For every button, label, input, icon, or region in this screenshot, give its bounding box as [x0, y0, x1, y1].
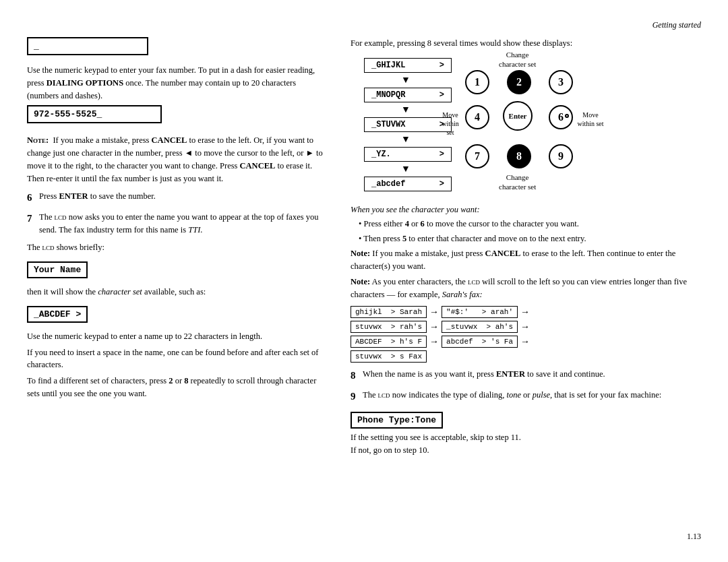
fax-cursor-display: _ [27, 37, 148, 55]
when-text: When you see the character you want: [351, 205, 701, 215]
if-text-1: If the setting you see is acceptable, sk… [351, 431, 701, 444]
display-mnopqr: _MNOPQR> [364, 88, 452, 102]
key-2: 2 [507, 70, 531, 94]
sarah-arrow-3: → [429, 321, 439, 332]
arrow-3: ▼ [401, 134, 411, 145]
header-title: Getting started [653, 20, 701, 30]
page-number: 1.13 [27, 532, 701, 542]
step-6-text: Press ENTER to save the number. [39, 190, 324, 203]
sarah-arrow-2: → [520, 307, 530, 317]
keypad-diagram: Changecharacter set 1 2 3 Movewithin set… [458, 50, 607, 198]
step-7-text: The lcd now asks you to enter the name y… [39, 211, 324, 237]
right-column: For example, pressing 8 several times wo… [351, 37, 701, 525]
sarah-box-2a: stuvwx > rah's [351, 321, 427, 333]
key-1: 1 [465, 70, 489, 94]
sarah-arrow-1: → [429, 307, 439, 317]
arrow-4: ▼ [401, 164, 411, 175]
sarah-arrow-4: → [520, 321, 530, 332]
key-6-dot [565, 114, 569, 118]
if-text-2: If not, go on to step 10. [351, 444, 701, 457]
step-9-text: The lcd now indicates the type of dialin… [363, 389, 701, 402]
key-7: 7 [465, 144, 489, 168]
sarah-box-4a: stuvwx > s Fax [351, 350, 427, 363]
sarah-row-1: ghijkl > Sarah → "#$:' > arah' → [351, 306, 701, 318]
fax-instructions: Use the numeric keypad to enter your fax… [27, 64, 324, 102]
arrow-2: ▼ [401, 104, 411, 115]
display-ghijkl: _GHIJKL> [364, 58, 452, 73]
step-6-number: 6 [27, 190, 32, 206]
sarah-box-1a: ghijkl > Sarah [351, 306, 427, 318]
abcdef-display: _ABCDEF > [27, 306, 88, 323]
arrow-1: ▼ [401, 75, 411, 86]
key-3: 3 [549, 70, 573, 94]
lcd-brief-label: The lcd shows briefly: [27, 241, 324, 254]
sarah-arrow-6: → [520, 336, 530, 347]
sarah-box-2b: _stuvwx > ah's [442, 321, 518, 333]
left-column: _ Use the numeric keypad to enter your f… [27, 37, 324, 525]
para-3: To find a different set of characters, p… [27, 375, 324, 400]
step-8-number: 8 [351, 368, 356, 383]
sarah-box-3b: abcdef > 's Fa [442, 336, 518, 348]
move-right-label: Movewithin set [577, 111, 604, 128]
step-9: 9 The lcd now indicates the type of dial… [351, 389, 701, 404]
step-8: 8 When the name is as you want it, press… [351, 368, 701, 383]
right-intro: For example, pressing 8 several times wo… [351, 37, 701, 50]
step-6: 6 Press ENTER to save the number. [27, 190, 324, 206]
step-7-number: 7 [27, 211, 32, 226]
step-7: 7 The lcd now asks you to enter the name… [27, 211, 324, 237]
bullet-2: Then press 5 to enter that character and… [359, 232, 701, 245]
key-6: 6 [549, 105, 573, 129]
note-1-label: Note: [27, 135, 51, 145]
change-bottom-label: Changecharacter set [499, 173, 536, 192]
sarah-box-3a: ABCDEF > h's F [351, 336, 427, 348]
sarah-row-2: stuvwx > rah's → _stuvwx > ah's → [351, 321, 701, 333]
note-3: Note: As you enter characters, the lcd w… [351, 276, 701, 301]
sarah-box-1b: "#$:' > arah' [442, 306, 518, 318]
display-yz: _YZ.> [364, 147, 452, 162]
key-4: 4 [465, 105, 489, 129]
sarah-diagram: ghijkl > Sarah → "#$:' > arah' → stuvwx … [351, 306, 701, 363]
enter-key: Enter [503, 101, 533, 131]
note-1-text: If you make a mistake, press CANCEL to e… [27, 135, 323, 183]
page-header: Getting started [27, 20, 701, 30]
note-1: Note: If you make a mistake, press CANCE… [27, 134, 324, 185]
note-2: Note: If you make a mistake, just press … [351, 247, 701, 273]
sarah-row-4: stuvwx > s Fax [351, 350, 701, 363]
your-name-display: Your Name [27, 261, 88, 278]
bullet-1: Press either 4 or 6 to move the cursor t… [359, 218, 701, 230]
para-2: If you need to insert a space in the nam… [27, 346, 324, 372]
display-abcdef: _abcdef> [364, 177, 452, 191]
fax-number-display: 972-555-5525_ [27, 105, 162, 123]
key-9: 9 [549, 144, 573, 168]
phone-type-display: Phone Type:Tone [351, 412, 443, 429]
sarah-arrow-5: → [429, 336, 439, 347]
step-8-text: When the name is as you want it, press E… [363, 368, 701, 381]
sarah-row-3: ABCDEF > h's F → abcdef > 's Fa → [351, 336, 701, 348]
then-text: then it will show the character set avai… [27, 286, 324, 299]
change-top-label: Changecharacter set [499, 50, 536, 69]
key-8: 8 [507, 144, 531, 168]
para-1: Use the numeric keypad to enter a name u… [27, 330, 324, 343]
step-9-number: 9 [351, 389, 356, 404]
move-left-label: Movewithin set [438, 111, 462, 137]
